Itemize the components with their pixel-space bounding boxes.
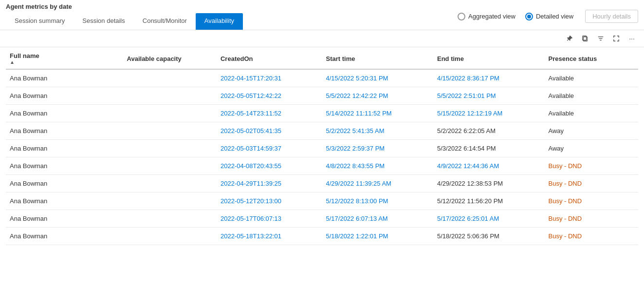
cell-starttime: 5/18/2022 1:22:01 PM — [322, 228, 433, 245]
cell-endtime: 5/17/2022 6:25:01 AM — [433, 210, 545, 228]
cell-createdon: 2022-05-03T14:59:37 — [217, 140, 322, 157]
cell-available-capacity — [123, 122, 217, 140]
table-row: Ana Bowman2022-05-03T14:59:375/3/2022 2:… — [6, 140, 638, 157]
table-row: Ana Bowman2022-05-17T06:07:135/17/2022 6… — [6, 210, 638, 228]
aggregated-view-option[interactable]: Aggregated view — [458, 13, 515, 20]
col-header-presence-status[interactable]: Presence status — [545, 47, 638, 69]
cell-fullname: Ana Bowman — [6, 140, 123, 157]
cell-available-capacity — [123, 105, 217, 122]
aggregated-view-label: Aggregated view — [468, 13, 515, 20]
cell-createdon: 2022-04-15T17:20:31 — [217, 69, 322, 87]
cell-starttime: 5/2/2022 5:41:35 AM — [322, 122, 433, 140]
cell-presence-status: Busy - DND — [545, 192, 638, 210]
cell-starttime: 5/14/2022 11:11:52 PM — [322, 105, 433, 122]
copy-icon — [582, 35, 589, 42]
more-options-button[interactable]: ··· — [626, 32, 638, 45]
col-header-createdon[interactable]: CreatedOn — [217, 47, 322, 69]
pin-icon — [566, 35, 573, 42]
table-row: Ana Bowman2022-04-29T11:39:254/29/2022 1… — [6, 175, 638, 192]
cell-presence-status: Busy - DND — [545, 228, 638, 245]
top-bar-right: Aggregated view Detailed view Hourly det… — [458, 10, 638, 23]
hourly-details-button[interactable]: Hourly details — [585, 10, 638, 23]
data-table-wrapper[interactable]: Full name ▲ Available capacity CreatedOn… — [0, 47, 644, 288]
table-row: Ana Bowman2022-05-05T12:42:225/5/2022 12… — [6, 87, 638, 105]
cell-presence-status: Available — [545, 105, 638, 122]
cell-createdon: 2022-04-08T20:43:55 — [217, 157, 322, 175]
cell-createdon: 2022-05-05T12:42:22 — [217, 87, 322, 105]
cell-fullname: Ana Bowman — [6, 175, 123, 192]
cell-starttime: 4/15/2022 5:20:31 PM — [322, 69, 433, 87]
cell-createdon: 2022-05-12T20:13:00 — [217, 192, 322, 210]
cell-fullname: Ana Bowman — [6, 192, 123, 210]
cell-fullname: Ana Bowman — [6, 69, 123, 87]
col-header-endtime[interactable]: End time — [433, 47, 545, 69]
cell-fullname: Ana Bowman — [6, 87, 123, 105]
cell-createdon: 2022-05-02T05:41:35 — [217, 122, 322, 140]
detailed-view-option[interactable]: Detailed view — [525, 13, 573, 20]
cell-fullname: Ana Bowman — [6, 210, 123, 228]
filter-icon — [597, 35, 604, 42]
tab-availability[interactable]: Availability — [196, 13, 243, 30]
cell-available-capacity — [123, 140, 217, 157]
top-bar-left: Agent metrics by date Session summary Se… — [6, 3, 243, 30]
aggregated-radio-icon — [458, 13, 465, 20]
col-header-starttime[interactable]: Start time — [322, 47, 433, 69]
view-options: Aggregated view Detailed view — [458, 13, 573, 20]
cell-presence-status: Available — [545, 87, 638, 105]
tab-consult-monitor[interactable]: Consult/Monitor — [134, 13, 196, 30]
data-table: Full name ▲ Available capacity CreatedOn… — [6, 47, 638, 245]
col-header-available-capacity[interactable]: Available capacity — [123, 47, 217, 69]
top-bar: Agent metrics by date Session summary Se… — [0, 0, 644, 30]
cell-endtime: 5/18/2022 5:06:36 PM — [433, 228, 545, 245]
table-header-row: Full name ▲ Available capacity CreatedOn… — [6, 47, 638, 69]
table-row: Ana Bowman2022-05-18T13:22:015/18/2022 1… — [6, 228, 638, 245]
table-row: Ana Bowman2022-05-12T20:13:005/12/2022 8… — [6, 192, 638, 210]
filter-icon-button[interactable] — [594, 32, 607, 45]
table-row: Ana Bowman2022-04-15T17:20:314/15/2022 5… — [6, 69, 638, 87]
cell-fullname: Ana Bowman — [6, 122, 123, 140]
cell-endtime: 4/29/2022 12:38:53 PM — [433, 175, 545, 192]
table-row: Ana Bowman2022-05-02T05:41:355/2/2022 5:… — [6, 122, 638, 140]
tab-session-details[interactable]: Session details — [74, 13, 133, 30]
cell-endtime: 5/2/2022 6:22:05 AM — [433, 122, 545, 140]
copy-icon-button[interactable] — [579, 32, 591, 45]
ellipsis-icon: ··· — [629, 35, 635, 42]
detailed-view-label: Detailed view — [536, 13, 573, 20]
cell-endtime: 4/9/2022 12:44:36 AM — [433, 157, 545, 175]
cell-available-capacity — [123, 157, 217, 175]
cell-starttime: 4/8/2022 8:43:55 PM — [322, 157, 433, 175]
tab-session-summary[interactable]: Session summary — [6, 13, 74, 30]
cell-available-capacity — [123, 69, 217, 87]
table-body: Ana Bowman2022-04-15T17:20:314/15/2022 5… — [6, 69, 638, 245]
sort-arrow-fullname: ▲ — [10, 59, 119, 65]
cell-endtime: 5/5/2022 2:51:01 PM — [433, 87, 545, 105]
table-row: Ana Bowman2022-05-14T23:11:525/14/2022 1… — [6, 105, 638, 122]
cell-presence-status: Away — [545, 140, 638, 157]
cell-endtime: 5/15/2022 12:12:19 AM — [433, 105, 545, 122]
cell-presence-status: Away — [545, 122, 638, 140]
cell-endtime: 5/3/2022 6:14:54 PM — [433, 140, 545, 157]
cell-available-capacity — [123, 175, 217, 192]
cell-createdon: 2022-04-29T11:39:25 — [217, 175, 322, 192]
cell-fullname: Ana Bowman — [6, 228, 123, 245]
expand-icon-button[interactable] — [610, 32, 623, 45]
cell-starttime: 4/29/2022 11:39:25 AM — [322, 175, 433, 192]
cell-available-capacity — [123, 87, 217, 105]
cell-available-capacity — [123, 228, 217, 245]
cell-fullname: Ana Bowman — [6, 157, 123, 175]
detailed-radio-icon — [525, 13, 533, 20]
table-row: Ana Bowman2022-04-08T20:43:554/8/2022 8:… — [6, 157, 638, 175]
cell-endtime: 5/12/2022 11:56:20 PM — [433, 192, 545, 210]
cell-fullname: Ana Bowman — [6, 105, 123, 122]
col-header-fullname[interactable]: Full name ▲ — [6, 47, 123, 69]
cell-createdon: 2022-05-18T13:22:01 — [217, 228, 322, 245]
cell-starttime: 5/5/2022 12:42:22 PM — [322, 87, 433, 105]
cell-createdon: 2022-05-17T06:07:13 — [217, 210, 322, 228]
toolbar-icons-row: ··· — [0, 30, 644, 47]
cell-presence-status: Busy - DND — [545, 157, 638, 175]
cell-presence-status: Busy - DND — [545, 175, 638, 192]
cell-starttime: 5/3/2022 2:59:37 PM — [322, 140, 433, 157]
tabs-container: Session summary Session details Consult/… — [6, 13, 243, 30]
expand-icon — [613, 35, 620, 42]
pin-icon-button[interactable] — [563, 32, 576, 45]
